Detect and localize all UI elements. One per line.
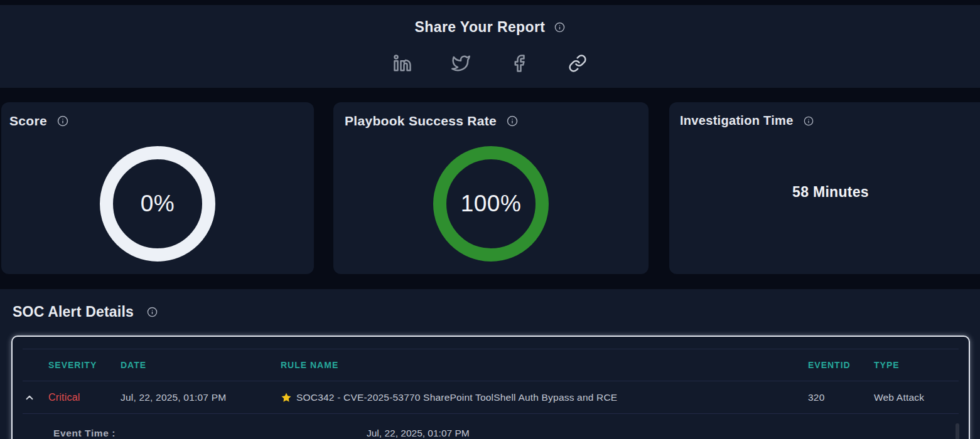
- event-time-value: Jul, 22, 2025, 01:07 PM: [367, 428, 470, 439]
- info-icon[interactable]: [57, 115, 68, 127]
- star-icon: [281, 392, 292, 403]
- divider: [23, 381, 959, 381]
- playbook-success-title: Playbook Success Rate: [345, 114, 497, 129]
- alert-date[interactable]: Jul, 22, 2025, 01:07 PM: [121, 392, 226, 403]
- alert-eventid[interactable]: 320: [808, 392, 824, 403]
- alerts-table: SEVERITY DATE RULE NAME EVENTID TYPE Cri…: [11, 336, 970, 439]
- table-scrollbar-thumb[interactable]: [956, 423, 959, 439]
- info-icon[interactable]: [804, 116, 814, 126]
- collapse-row-chevron-up-icon[interactable]: [24, 392, 35, 403]
- column-header-eventid: EVENTID: [808, 360, 851, 370]
- facebook-icon[interactable]: [510, 54, 529, 73]
- investigation-time-title: Investigation Time: [680, 114, 794, 128]
- twitter-icon[interactable]: [451, 54, 470, 73]
- linkedin-icon[interactable]: [393, 54, 412, 73]
- alert-severity[interactable]: Critical: [48, 392, 80, 403]
- score-card-title: Score: [9, 114, 47, 129]
- score-gauge-value: 0%: [100, 146, 215, 262]
- score-gauge: 0%: [100, 146, 215, 262]
- playbook-success-gauge: 100%: [433, 146, 549, 262]
- column-header-severity: SEVERITY: [48, 360, 97, 370]
- alert-rule-name: SOC342 - CVE-2025-53770 SharePoint ToolS…: [296, 392, 617, 403]
- soc-alert-details-section: SOC Alert Details SEVERITY DATE RULE NAM…: [0, 289, 980, 439]
- share-report-title: Share Your Report: [415, 19, 546, 36]
- alert-rule-name-cell[interactable]: SOC342 - CVE-2025-53770 SharePoint ToolS…: [281, 392, 617, 403]
- share-icons-row: [393, 54, 587, 73]
- column-header-date: DATE: [121, 360, 146, 370]
- column-header-type: TYPE: [874, 360, 900, 370]
- info-icon[interactable]: [554, 22, 565, 33]
- investigation-time-card: Investigation Time 58 Minutes: [669, 102, 980, 274]
- playbook-success-card: Playbook Success Rate 100%: [333, 102, 649, 274]
- event-time-label: Event Time :: [53, 428, 116, 439]
- score-card: Score 0%: [1, 102, 314, 274]
- info-icon[interactable]: [147, 307, 158, 317]
- alert-type[interactable]: Web Attack: [874, 392, 924, 403]
- soc-alert-details-title: SOC Alert Details: [13, 304, 134, 320]
- copy-link-icon[interactable]: [568, 54, 587, 73]
- investigation-time-value: 58 Minutes: [669, 184, 980, 201]
- column-header-rule-name: RULE NAME: [281, 360, 338, 370]
- share-report-panel: Share Your Report: [0, 5, 980, 88]
- playbook-success-value: 100%: [433, 146, 549, 262]
- divider: [23, 349, 959, 349]
- divider: [23, 413, 959, 414]
- info-icon[interactable]: [507, 115, 518, 127]
